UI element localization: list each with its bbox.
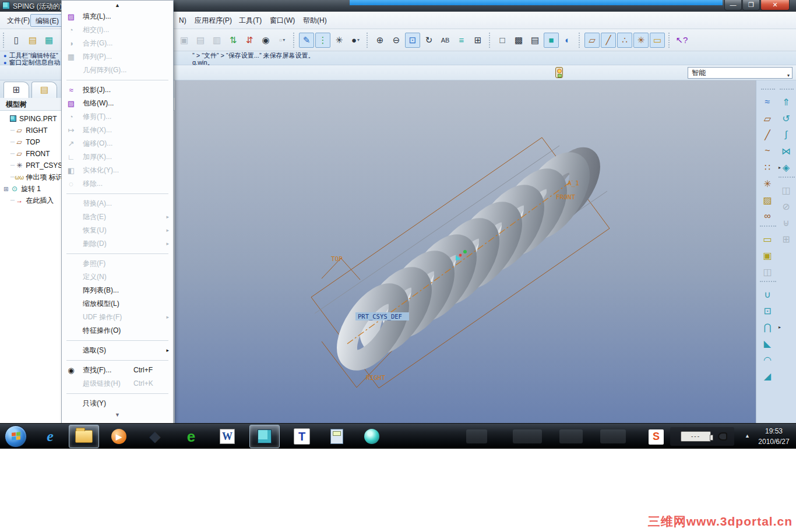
menu-help[interactable]: 帮助(H)	[298, 14, 332, 27]
datum-axis-button[interactable]: ╱	[760, 127, 775, 142]
taskbar-ghost-item[interactable]	[559, 429, 583, 443]
minimize-button[interactable]: —	[724, 0, 742, 10]
datum-point-button[interactable]: ∷▸	[760, 160, 775, 175]
no-hidden-button[interactable]: ▤	[527, 33, 543, 48]
datum-plane-button[interactable]: ▱	[760, 111, 775, 126]
taskbar-word[interactable]: W	[212, 425, 242, 448]
tray-sogou-icon[interactable]: S	[649, 429, 664, 445]
style-curve-button[interactable]: ≈	[760, 94, 775, 110]
menu-item-merge[interactable]: ◑合并(G)...	[62, 37, 173, 50]
taskbar-laptop-app[interactable]: ◆	[140, 425, 170, 448]
menu-item-replace[interactable]: 替换(A)...	[62, 197, 173, 210]
regenerate-button[interactable]: ⇅	[226, 33, 241, 48]
pattern-button[interactable]: ⊞	[779, 231, 794, 246]
shaded-button[interactable]: ■	[544, 33, 559, 48]
taskbar-ie[interactable]: e	[35, 425, 65, 448]
regeneration-status-icon[interactable]	[555, 67, 563, 78]
zoom-in-button[interactable]: ⊕	[372, 33, 388, 48]
axis-label[interactable]: A_1	[568, 179, 579, 187]
menu-item-wrap[interactable]: ▧包络(W)...	[62, 97, 173, 110]
round-button[interactable]: ◠	[760, 352, 775, 367]
toolbar-grip[interactable]	[780, 89, 794, 92]
annotation-button[interactable]: ▭	[760, 231, 775, 246]
wireframe-button[interactable]: □	[495, 33, 510, 48]
view-options-button[interactable]: ✳	[332, 33, 347, 48]
toolbar-grip[interactable]	[579, 33, 581, 48]
toolbar-grip[interactable]	[293, 33, 295, 48]
annotation-display-toggle[interactable]: ▭	[650, 33, 665, 48]
menu-item-extend[interactable]: ↦延伸(X)...	[62, 124, 173, 137]
tab-model-tree[interactable]: ⊞	[3, 82, 29, 98]
merge-button[interactable]: ⊎	[779, 215, 794, 230]
menu-item-pattern-table[interactable]: 阵列表(B)...	[62, 284, 173, 297]
layers-button[interactable]: ≡	[454, 33, 469, 48]
menu-item-feature-operations[interactable]: 特征操作(O)	[62, 324, 173, 337]
taskbar-360-browser[interactable]: e	[176, 425, 206, 448]
menu-item-read-only[interactable]: 只读(Y)	[62, 397, 173, 410]
expand-icon[interactable]: ⊞	[3, 184, 10, 195]
front-plane-label[interactable]: FRONT	[556, 193, 575, 201]
link-button[interactable]: ∞	[760, 209, 775, 224]
menu-edit[interactable]: 编辑(E)	[30, 14, 64, 27]
toolbar-grip[interactable]	[489, 33, 491, 48]
reorient-button[interactable]: ↻	[421, 33, 436, 48]
context-help-button[interactable]: ↖?	[674, 33, 689, 48]
refit-button[interactable]: ⊡	[405, 33, 420, 48]
rib-button[interactable]: ⋂▸	[760, 319, 775, 334]
model-viewport[interactable]: TOP FRONT A_1 RIGHT PRT_CSYS_DEF	[175, 80, 756, 423]
trim-button[interactable]: ⊘	[779, 199, 794, 214]
select-box-button[interactable]: ▫▾	[274, 33, 290, 48]
menu-item-fill[interactable]: ▨填充(L)...	[62, 10, 173, 23]
hidden-line-button[interactable]: ▩	[511, 33, 526, 48]
menu-item-intersect[interactable]: ◔相交(I)...	[62, 23, 173, 37]
enhanced-realism-button[interactable]: ◐	[560, 33, 575, 48]
csys-label[interactable]: PRT_CSYS_DEF	[355, 312, 409, 320]
toolbar-grip[interactable]	[668, 33, 671, 48]
revolve-button[interactable]: ↺	[779, 111, 794, 126]
graphics-area[interactable]: TOP FRONT A_1 RIGHT PRT_CSYS_DEF	[175, 80, 756, 423]
toolbar-grip[interactable]	[367, 33, 369, 48]
menu-item-geometry-pattern[interactable]: 几何阵列(G)...	[62, 64, 173, 77]
menu-item-suppress[interactable]: 隐含(E)▸	[62, 210, 173, 224]
menu-item-trim[interactable]: ◔修剪(T)...	[62, 110, 173, 124]
menu-scroll-down[interactable]: ▼	[62, 410, 173, 420]
menu-insert-partial[interactable]: N)	[174, 14, 191, 27]
menu-window[interactable]: 窗口(W)	[265, 14, 300, 27]
extrude-button[interactable]: ⇑	[779, 94, 794, 110]
copy-button[interactable]: ▣	[177, 33, 192, 48]
menu-item-remove[interactable]: ◌移除...	[62, 177, 173, 191]
tray-expand-arrow[interactable]: ▲	[745, 433, 750, 439]
regenerate-custom-button[interactable]: ⇵	[242, 33, 257, 48]
save-button[interactable]: ▦	[41, 33, 57, 48]
menu-item-pick[interactable]: 选取(S)▸	[62, 344, 173, 357]
point-display-toggle[interactable]: ∴	[617, 33, 632, 48]
draft-button[interactable]: ◣	[760, 336, 775, 351]
chevron-down-icon[interactable]: ▾	[787, 71, 790, 81]
taskbar-ghost-item[interactable]	[600, 429, 626, 443]
shell-button[interactable]: ⊡	[760, 303, 775, 318]
blend-button[interactable]: ⋈	[779, 143, 794, 158]
taskbar-ghost-item[interactable]	[513, 429, 542, 443]
datum-curve-button[interactable]: ~	[760, 143, 775, 158]
start-button[interactable]	[5, 425, 27, 448]
menu-item-offset[interactable]: ↗偏移(O)...	[62, 137, 173, 150]
menu-item-pattern[interactable]: ▦阵列(P)...	[62, 50, 173, 64]
new-button[interactable]: ▯	[9, 33, 24, 48]
menu-item-thicken[interactable]: ∟加厚(K)...	[62, 150, 173, 164]
menu-scroll-up[interactable]: ▲	[62, 1, 173, 10]
taskbar-media-player[interactable]: ▶	[104, 425, 134, 448]
toolbar-grip[interactable]	[761, 89, 775, 92]
mirror-button[interactable]: ◫	[779, 182, 794, 198]
sweep-button[interactable]: ∫	[779, 127, 794, 142]
dropdown-arrow-icon[interactable]: ▾	[283, 37, 285, 43]
menu-item-scale-model[interactable]: 缩放模型(L)	[62, 297, 173, 311]
paste-special-button[interactable]: ▥	[209, 33, 224, 48]
menu-item-hyperlink[interactable]: 超级链接(H)Ctrl+K	[62, 377, 173, 390]
close-button[interactable]: ✕	[760, 0, 790, 10]
toolbar-grip[interactable]	[3, 33, 5, 48]
taskbar-calculator[interactable]	[322, 425, 352, 448]
paste-button[interactable]: ▤	[193, 33, 208, 48]
menu-item-references[interactable]: 参照(F)	[62, 257, 173, 270]
zoom-out-button[interactable]: ⊖	[389, 33, 404, 48]
saved-views-button[interactable]: AB	[438, 33, 453, 48]
